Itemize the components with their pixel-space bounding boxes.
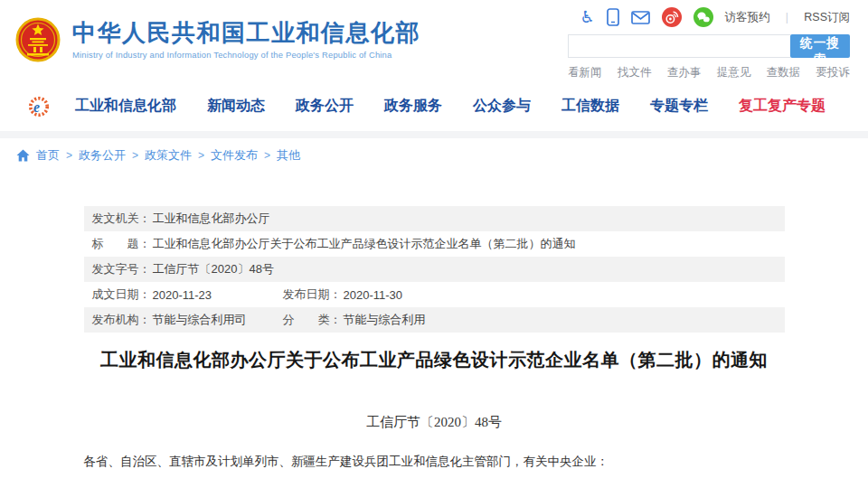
meta-row-dates: 成文日期： 2020-11-23 发布日期： 2020-11-30 [84, 282, 785, 307]
breadcrumb-separator: > [132, 149, 138, 162]
wechat-icon[interactable] [693, 7, 713, 27]
nav-item-work-resumption[interactable]: 复工复产专题 [739, 97, 826, 116]
search-input[interactable] [568, 34, 790, 58]
site-title: 中华人民共和国工业和信息化部 [72, 19, 420, 46]
meta-row-doc-number: 发文字号： 工信厅节〔2020〕48号 [84, 257, 785, 282]
breadcrumb-gov-disclosure[interactable]: 政务公开 [79, 147, 126, 164]
svg-text:e: e [33, 99, 40, 114]
section-divider [0, 131, 868, 138]
meta-row-issuing-authority: 发文机关： 工业和信息化部办公厅 [84, 206, 785, 231]
meta-value: 工业和信息化部办公厅 [153, 211, 270, 227]
breadcrumb: 首页 > 政务公开 > 政策文件 > 文件发布 > 其他 [0, 138, 868, 173]
quick-link-suggest[interactable]: 提意见 [717, 65, 751, 80]
rss-subscribe-link[interactable]: RSS订阅 [804, 10, 850, 25]
nav-item-news[interactable]: 新闻动态 [207, 97, 265, 116]
quick-link-news[interactable]: 看新闻 [568, 65, 602, 80]
visitor-appointment-link[interactable]: 访客预约 [725, 10, 770, 25]
quick-link-complaint[interactable]: 要投诉 [816, 65, 850, 80]
meta-value: 节能与综合利用司 [153, 312, 247, 328]
meta-row-publisher-category: 发布机构： 节能与综合利用司 分 类： 节能与综合利用 [84, 307, 785, 333]
article-title: 工业和信息化部办公厅关于公布工业产品绿色设计示范企业名单（第二批）的通知 [84, 349, 785, 371]
meta-value: 工信厅节〔2020〕48号 [153, 261, 274, 277]
nav-item-special-topics[interactable]: 专题专栏 [650, 97, 708, 116]
document-meta-table: 发文机关： 工业和信息化部办公厅 标 题： 工业和信息化部办公厅关于公布工业产品… [84, 206, 785, 333]
site-header: 中华人民共和国工业和信息化部 Ministry of Industry and … [0, 0, 868, 81]
meta-label: 发布日期： [283, 286, 342, 303]
meta-label: 发布机构： [92, 312, 151, 328]
nav-item-gov-disclosure[interactable]: 政务公开 [296, 97, 354, 116]
site-title-block[interactable]: 中华人民共和国工业和信息化部 Ministry of Industry and … [72, 19, 420, 60]
meta-value: 2020-11-23 [153, 288, 212, 302]
breadcrumb-policy-documents[interactable]: 政策文件 [145, 147, 192, 164]
meta-label: 成文日期： [92, 286, 151, 303]
search-quick-links: 看新闻 找文件 查办事 提意见 查数据 要投诉 [568, 65, 850, 80]
quick-link-files[interactable]: 找文件 [618, 65, 652, 80]
unified-search-button[interactable]: 统一搜索 [790, 34, 850, 58]
meta-value: 工业和信息化部办公厅关于公布工业产品绿色设计示范企业名单（第二批）的通知 [153, 236, 576, 252]
nav-item-public-participation[interactable]: 公众参与 [473, 97, 531, 116]
meta-row-title: 标 题： 工业和信息化部办公厅关于公布工业产品绿色设计示范企业名单（第二批）的通… [84, 231, 785, 257]
utility-icon-row: ♿ 访客预约 ｜ [568, 6, 850, 28]
breadcrumb-separator: > [198, 149, 204, 162]
breadcrumb-separator: > [264, 149, 270, 162]
nav-item-gov-services[interactable]: 政务服务 [384, 97, 442, 116]
breadcrumb-other[interactable]: 其他 [277, 147, 300, 164]
national-emblem-icon[interactable] [14, 15, 61, 66]
miit-logo-icon: e [28, 96, 50, 117]
site-subtitle: Ministry of Industry and Information Tec… [72, 50, 420, 60]
meta-value: 2020-11-30 [344, 288, 403, 302]
weibo-icon[interactable] [662, 7, 682, 27]
article-doc-number: 工信厅节〔2020〕48号 [84, 414, 785, 431]
meta-label: 标 题： [92, 236, 151, 252]
meta-label: 发文机关： [92, 211, 151, 227]
main-nav: e 工业和信息化部 新闻动态 政务公开 政务服务 公众参与 工信数据 专题专栏 … [0, 81, 868, 131]
accessibility-icon[interactable]: ♿ [580, 8, 594, 26]
nav-item-miit-data[interactable]: 工信数据 [561, 97, 619, 116]
meta-value: 节能与综合利用 [344, 312, 426, 328]
utility-separator: ｜ [782, 10, 793, 25]
nav-item-miit[interactable]: 工业和信息化部 [75, 97, 176, 116]
home-icon[interactable] [16, 149, 30, 162]
mobile-phone-icon[interactable] [607, 8, 619, 26]
header-utilities: ♿ 访客预约 ｜ [568, 6, 850, 80]
article-body-first-line: 各省、自治区、直辖市及计划单列市、新疆生产建设兵团工业和信息化主管部门，有关中央… [84, 454, 785, 469]
meta-label: 发文字号： [92, 261, 151, 277]
quick-link-data[interactable]: 查数据 [767, 65, 801, 80]
search-bar: 统一搜索 [568, 34, 850, 58]
meta-label: 分 类： [283, 312, 342, 328]
breadcrumb-document-release[interactable]: 文件发布 [211, 147, 258, 164]
document-content: 发文机关： 工业和信息化部办公厅 标 题： 工业和信息化部办公厅关于公布工业产品… [84, 206, 785, 469]
breadcrumb-separator: > [66, 149, 72, 162]
quick-link-services[interactable]: 查办事 [667, 65, 702, 80]
breadcrumb-home[interactable]: 首页 [36, 147, 60, 164]
mail-icon[interactable] [631, 11, 650, 24]
